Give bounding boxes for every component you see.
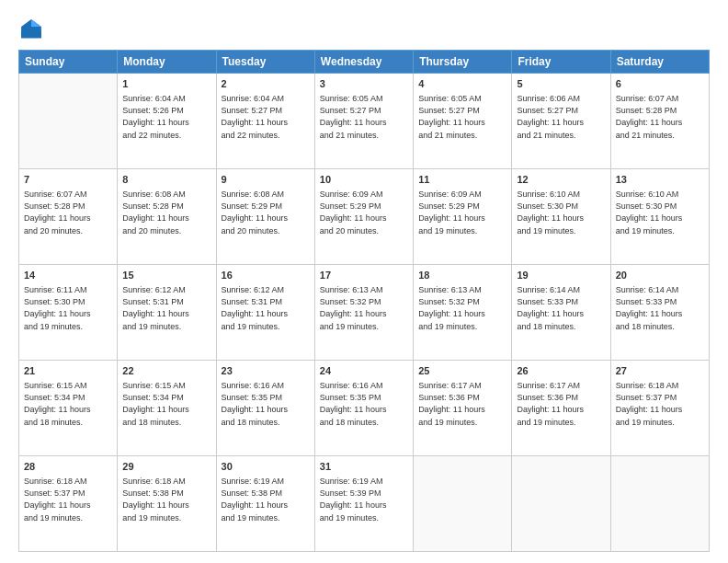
day-cell: 14Sunrise: 6:11 AMSunset: 5:30 PMDayligh…	[19, 265, 118, 361]
day-cell: 3Sunrise: 6:05 AMSunset: 5:27 PMDaylight…	[314, 74, 413, 169]
day-cell: 11Sunrise: 6:09 AMSunset: 5:29 PMDayligh…	[414, 169, 512, 265]
day-info: Sunrise: 6:09 AMSunset: 5:29 PMDaylight:…	[418, 189, 506, 236]
day-number: 12	[517, 173, 605, 187]
day-info: Sunrise: 6:16 AMSunset: 5:35 PMDaylight:…	[222, 380, 310, 428]
day-cell: 27Sunrise: 6:18 AMSunset: 5:37 PMDayligh…	[610, 361, 709, 456]
day-info: Sunrise: 6:07 AMSunset: 5:28 PMDaylight:…	[24, 189, 112, 236]
weekday-header-sunday: Sunday	[19, 51, 118, 74]
weekday-header-row: SundayMondayTuesdayWednesdayThursdayFrid…	[19, 51, 710, 74]
day-cell: 24Sunrise: 6:16 AMSunset: 5:35 PMDayligh…	[314, 361, 413, 456]
header	[18, 17, 710, 42]
day-info: Sunrise: 6:08 AMSunset: 5:29 PMDaylight:…	[222, 189, 310, 236]
day-info: Sunrise: 6:19 AMSunset: 5:38 PMDaylight:…	[222, 476, 310, 523]
day-number: 2	[222, 77, 310, 91]
weekday-header-thursday: Thursday	[414, 51, 512, 74]
day-number: 16	[222, 269, 310, 282]
day-cell: 28Sunrise: 6:18 AMSunset: 5:37 PMDayligh…	[19, 456, 118, 552]
day-info: Sunrise: 6:14 AMSunset: 5:33 PMDaylight:…	[616, 284, 704, 332]
day-info: Sunrise: 6:13 AMSunset: 5:32 PMDaylight:…	[320, 284, 408, 332]
day-info: Sunrise: 6:18 AMSunset: 5:38 PMDaylight:…	[122, 476, 210, 523]
day-number: 5	[517, 77, 605, 91]
weekday-header-saturday: Saturday	[610, 51, 709, 74]
logo-icon	[18, 17, 44, 42]
day-info: Sunrise: 6:18 AMSunset: 5:37 PMDaylight:…	[24, 476, 112, 523]
day-number: 1	[122, 77, 210, 91]
day-info: Sunrise: 6:07 AMSunset: 5:28 PMDaylight:…	[616, 93, 704, 141]
day-cell: 21Sunrise: 6:15 AMSunset: 5:34 PMDayligh…	[19, 361, 118, 456]
page: SundayMondayTuesdayWednesdayThursdayFrid…	[0, 0, 728, 563]
weekday-header-wednesday: Wednesday	[314, 51, 413, 74]
day-number: 26	[517, 364, 605, 378]
day-cell: 23Sunrise: 6:16 AMSunset: 5:35 PMDayligh…	[216, 361, 314, 456]
day-info: Sunrise: 6:16 AMSunset: 5:35 PMDaylight:…	[320, 380, 408, 428]
day-number: 23	[222, 364, 310, 378]
day-info: Sunrise: 6:15 AMSunset: 5:34 PMDaylight:…	[24, 380, 112, 428]
day-cell: 17Sunrise: 6:13 AMSunset: 5:32 PMDayligh…	[314, 265, 413, 361]
day-number: 13	[616, 173, 704, 187]
day-cell: 4Sunrise: 6:05 AMSunset: 5:27 PMDaylight…	[414, 74, 512, 169]
day-info: Sunrise: 6:09 AMSunset: 5:29 PMDaylight:…	[320, 189, 408, 236]
day-cell: 19Sunrise: 6:14 AMSunset: 5:33 PMDayligh…	[512, 265, 610, 361]
day-info: Sunrise: 6:10 AMSunset: 5:30 PMDaylight:…	[517, 189, 605, 236]
day-cell	[414, 456, 512, 552]
day-info: Sunrise: 6:15 AMSunset: 5:34 PMDaylight:…	[122, 380, 210, 428]
day-number: 29	[122, 460, 210, 474]
day-cell: 22Sunrise: 6:15 AMSunset: 5:34 PMDayligh…	[118, 361, 216, 456]
svg-marker-1	[31, 19, 41, 27]
day-number: 25	[418, 364, 506, 378]
week-row-2: 7Sunrise: 6:07 AMSunset: 5:28 PMDaylight…	[19, 169, 710, 265]
calendar: SundayMondayTuesdayWednesdayThursdayFrid…	[18, 50, 710, 552]
day-number: 21	[24, 364, 112, 378]
day-number: 28	[24, 460, 112, 474]
day-cell: 5Sunrise: 6:06 AMSunset: 5:27 PMDaylight…	[512, 74, 610, 169]
day-cell	[512, 456, 610, 552]
day-info: Sunrise: 6:05 AMSunset: 5:27 PMDaylight:…	[418, 93, 506, 141]
day-info: Sunrise: 6:11 AMSunset: 5:30 PMDaylight:…	[24, 284, 112, 332]
day-number: 15	[122, 269, 210, 282]
logo	[18, 17, 48, 42]
day-number: 27	[616, 364, 704, 378]
day-cell: 7Sunrise: 6:07 AMSunset: 5:28 PMDaylight…	[19, 169, 118, 265]
day-cell: 6Sunrise: 6:07 AMSunset: 5:28 PMDaylight…	[610, 74, 709, 169]
day-info: Sunrise: 6:05 AMSunset: 5:27 PMDaylight:…	[320, 93, 408, 141]
day-cell: 18Sunrise: 6:13 AMSunset: 5:32 PMDayligh…	[414, 265, 512, 361]
day-cell	[610, 456, 709, 552]
day-info: Sunrise: 6:17 AMSunset: 5:36 PMDaylight:…	[517, 380, 605, 428]
day-cell: 31Sunrise: 6:19 AMSunset: 5:39 PMDayligh…	[314, 456, 413, 552]
day-number: 6	[616, 77, 704, 91]
day-number: 19	[517, 269, 605, 282]
day-cell: 20Sunrise: 6:14 AMSunset: 5:33 PMDayligh…	[610, 265, 709, 361]
day-info: Sunrise: 6:12 AMSunset: 5:31 PMDaylight:…	[122, 284, 210, 332]
day-cell: 16Sunrise: 6:12 AMSunset: 5:31 PMDayligh…	[216, 265, 314, 361]
day-info: Sunrise: 6:14 AMSunset: 5:33 PMDaylight:…	[517, 284, 605, 332]
week-row-4: 21Sunrise: 6:15 AMSunset: 5:34 PMDayligh…	[19, 361, 710, 456]
day-cell: 29Sunrise: 6:18 AMSunset: 5:38 PMDayligh…	[118, 456, 216, 552]
day-number: 9	[222, 173, 310, 187]
day-cell: 9Sunrise: 6:08 AMSunset: 5:29 PMDaylight…	[216, 169, 314, 265]
day-info: Sunrise: 6:10 AMSunset: 5:30 PMDaylight:…	[616, 189, 704, 236]
day-cell: 8Sunrise: 6:08 AMSunset: 5:28 PMDaylight…	[118, 169, 216, 265]
day-cell	[19, 74, 118, 169]
svg-rect-2	[21, 31, 41, 39]
day-info: Sunrise: 6:18 AMSunset: 5:37 PMDaylight:…	[616, 380, 704, 428]
day-info: Sunrise: 6:04 AMSunset: 5:27 PMDaylight:…	[222, 93, 310, 141]
day-cell: 25Sunrise: 6:17 AMSunset: 5:36 PMDayligh…	[414, 361, 512, 456]
week-row-5: 28Sunrise: 6:18 AMSunset: 5:37 PMDayligh…	[19, 456, 710, 552]
week-row-3: 14Sunrise: 6:11 AMSunset: 5:30 PMDayligh…	[19, 265, 710, 361]
day-cell: 26Sunrise: 6:17 AMSunset: 5:36 PMDayligh…	[512, 361, 610, 456]
day-info: Sunrise: 6:17 AMSunset: 5:36 PMDaylight:…	[418, 380, 506, 428]
day-info: Sunrise: 6:04 AMSunset: 5:26 PMDaylight:…	[122, 93, 210, 141]
day-cell: 10Sunrise: 6:09 AMSunset: 5:29 PMDayligh…	[314, 169, 413, 265]
day-number: 3	[320, 77, 408, 91]
day-cell: 1Sunrise: 6:04 AMSunset: 5:26 PMDaylight…	[118, 74, 216, 169]
day-info: Sunrise: 6:13 AMSunset: 5:32 PMDaylight:…	[418, 284, 506, 332]
day-info: Sunrise: 6:08 AMSunset: 5:28 PMDaylight:…	[122, 189, 210, 236]
day-cell: 12Sunrise: 6:10 AMSunset: 5:30 PMDayligh…	[512, 169, 610, 265]
day-number: 31	[320, 460, 408, 474]
day-number: 10	[320, 173, 408, 187]
day-number: 14	[24, 269, 112, 282]
day-cell: 2Sunrise: 6:04 AMSunset: 5:27 PMDaylight…	[216, 74, 314, 169]
day-cell: 13Sunrise: 6:10 AMSunset: 5:30 PMDayligh…	[610, 169, 709, 265]
day-info: Sunrise: 6:12 AMSunset: 5:31 PMDaylight:…	[222, 284, 310, 332]
day-cell: 30Sunrise: 6:19 AMSunset: 5:38 PMDayligh…	[216, 456, 314, 552]
